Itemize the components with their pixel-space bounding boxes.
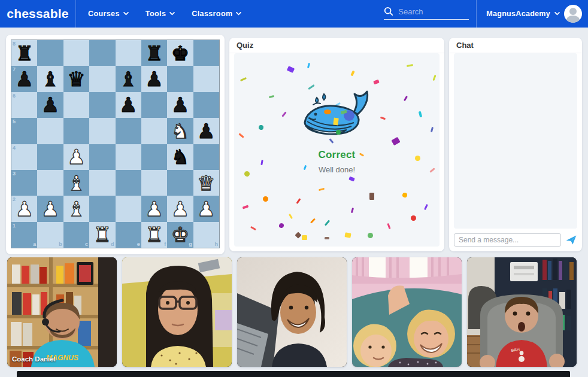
account-name: MagnusAcademy: [486, 10, 550, 18]
square-h7[interactable]: [193, 66, 219, 92]
white-king-g1[interactable]: ♚: [167, 222, 193, 248]
white-pawn-g2[interactable]: ♟: [167, 196, 193, 221]
confetti-piece: [350, 208, 353, 213]
square-a6[interactable]: 6: [11, 92, 37, 118]
confetti-piece: [348, 176, 355, 181]
black-rook-f8[interactable]: ♜: [141, 40, 167, 66]
confetti-piece: [387, 223, 391, 229]
white-pawn-c4[interactable]: ♟: [63, 144, 89, 170]
square-f4[interactable]: [141, 144, 167, 170]
nav-item-classroom[interactable]: Classroom: [183, 0, 250, 28]
square-g7[interactable]: [167, 66, 193, 92]
square-e3[interactable]: [116, 170, 141, 196]
square-d7[interactable]: [89, 66, 115, 92]
coach-video-feed: MAGNUS: [7, 257, 117, 367]
square-b5[interactable]: [37, 118, 63, 144]
rank-label: 3: [13, 171, 16, 177]
account-menu[interactable]: MagnusAcademy: [477, 0, 588, 28]
white-rook-d1[interactable]: ♜: [89, 222, 115, 248]
search-input[interactable]: [398, 7, 469, 16]
nav-item-tools[interactable]: Tools: [137, 0, 183, 28]
student-video-feed: BAH: [467, 257, 577, 367]
square-e1[interactable]: e: [116, 222, 141, 248]
nav-item-courses[interactable]: Courses: [80, 0, 137, 28]
video-tile-coach[interactable]: MAGNUS Coach Daniel: [7, 257, 117, 367]
square-c6[interactable]: [63, 92, 89, 118]
square-f6[interactable]: [141, 92, 167, 118]
square-a4[interactable]: 4: [11, 144, 37, 170]
video-tile-student-4[interactable]: BAH: [467, 257, 577, 367]
black-bishop-b7[interactable]: ♝: [37, 66, 63, 92]
white-rook-f1[interactable]: ♜: [141, 222, 167, 248]
chat-message-input[interactable]: [454, 233, 561, 247]
square-e2[interactable]: [116, 196, 141, 221]
black-bishop-e7[interactable]: ♝: [116, 66, 141, 92]
white-knight-g5[interactable]: ♞: [167, 118, 193, 144]
chevron-down-icon: [554, 12, 560, 16]
square-b1[interactable]: b: [37, 222, 63, 248]
black-pawn-g6[interactable]: ♟: [167, 92, 193, 118]
white-pawn-h2[interactable]: ♟: [193, 196, 219, 221]
square-h4[interactable]: [193, 144, 219, 170]
chessable-logo[interactable]: chessable: [7, 7, 68, 21]
black-pawn-f7[interactable]: ♟: [141, 66, 167, 92]
square-f3[interactable]: [141, 170, 167, 196]
chat-input-row: [449, 229, 582, 251]
black-king-g8[interactable]: ♚: [167, 40, 193, 66]
square-h8[interactable]: [193, 40, 219, 66]
confetti-piece: [350, 71, 354, 77]
square-a5[interactable]: 5: [11, 118, 37, 144]
white-bishop-c2[interactable]: ♝: [63, 196, 89, 221]
square-d6[interactable]: [89, 92, 115, 118]
square-a3[interactable]: 3: [11, 170, 37, 196]
black-pawn-b6[interactable]: ♟: [37, 92, 63, 118]
square-d8[interactable]: [89, 40, 115, 66]
video-tile-student-1[interactable]: [122, 257, 232, 367]
video-tile-student-3[interactable]: [352, 257, 462, 367]
chevron-down-icon: [123, 12, 129, 16]
chevron-down-icon: [236, 12, 241, 16]
black-pawn-a7[interactable]: ♟: [11, 66, 37, 92]
chat-title: Chat: [456, 41, 474, 50]
white-pawn-b2[interactable]: ♟: [37, 196, 63, 221]
square-h1[interactable]: h: [193, 222, 219, 248]
square-d2[interactable]: [89, 196, 115, 221]
square-c5[interactable]: [63, 118, 89, 144]
black-rook-a8[interactable]: ♜: [11, 40, 37, 66]
square-d5[interactable]: [89, 118, 115, 144]
chess-board[interactable]: 87654321abcdefgh♜♜♚♟♝♛♝♟♟♟♟♞♟♟♞♝♛♟♟♝♟♟♟♜…: [11, 39, 220, 248]
black-pawn-e6[interactable]: ♟: [116, 92, 141, 118]
search-area: [384, 7, 469, 21]
square-f5[interactable]: [141, 118, 167, 144]
confetti-piece: [368, 233, 373, 238]
square-c1[interactable]: c: [63, 222, 89, 248]
white-pawn-a2[interactable]: ♟: [11, 196, 37, 221]
black-queen-c7[interactable]: ♛: [63, 66, 89, 92]
square-h6[interactable]: [193, 92, 219, 118]
white-queen-h3[interactable]: ♛: [193, 170, 219, 196]
square-b4[interactable]: [37, 144, 63, 170]
send-message-button[interactable]: [565, 234, 577, 246]
square-g3[interactable]: [167, 170, 193, 196]
white-pawn-f2[interactable]: ♟: [141, 196, 167, 221]
square-b3[interactable]: [37, 170, 63, 196]
square-d4[interactable]: [89, 144, 115, 170]
video-tile-student-2[interactable]: [237, 257, 347, 367]
search-icon: [384, 7, 393, 16]
square-b8[interactable]: [37, 40, 63, 66]
white-bishop-c3[interactable]: ♝: [63, 170, 89, 196]
square-d3[interactable]: [89, 170, 115, 196]
confetti-piece: [296, 198, 301, 204]
square-e8[interactable]: [116, 40, 141, 66]
avatar[interactable]: [564, 5, 582, 23]
square-e4[interactable]: [116, 144, 141, 170]
black-pawn-h5[interactable]: ♟: [193, 118, 219, 144]
black-knight-g4[interactable]: ♞: [167, 144, 193, 170]
confetti-piece: [240, 77, 247, 81]
chat-message-list[interactable]: [454, 53, 577, 229]
square-a1[interactable]: 1a: [11, 222, 37, 248]
square-e5[interactable]: [116, 118, 141, 144]
square-c8[interactable]: [63, 40, 89, 66]
logo-wrap[interactable]: chessable: [0, 0, 76, 28]
confetti-piece: [325, 237, 329, 239]
